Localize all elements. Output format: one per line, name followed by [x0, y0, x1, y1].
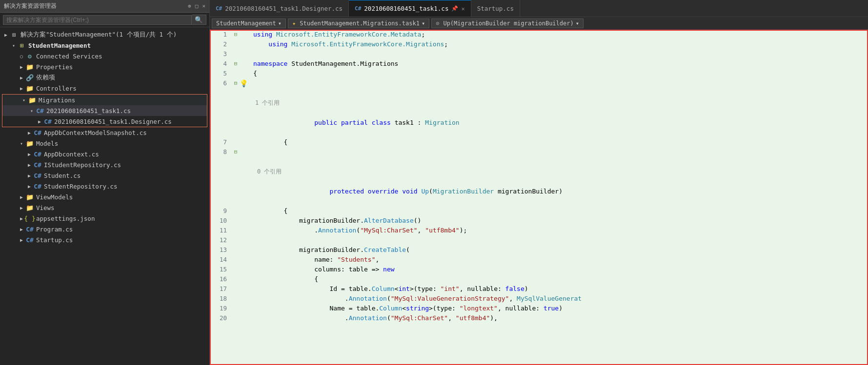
program-item[interactable]: ▶ C# Program.cs: [0, 224, 209, 234]
line-code-3[interactable]: [251, 49, 868, 59]
task1designer-item[interactable]: ▶ C# 20210608160451_task1.Designer.cs: [2, 116, 207, 127]
connected-label: Connected Services: [36, 53, 102, 60]
viewmodels-item[interactable]: ▶ 📁 ViewModels: [0, 192, 209, 202]
line-code-12[interactable]: [251, 235, 868, 245]
task1cs-item[interactable]: ▾ C# 20210608160451_task1.cs: [2, 105, 207, 116]
line-num-6: 6: [210, 78, 232, 137]
line-code-2[interactable]: using Microsoft.EntityFrameworkCore.Migr…: [251, 39, 868, 49]
migrations-highlight-box: ▾ 📁 Migrations ▾ C# 20210608160451_task1…: [2, 94, 207, 127]
search-input[interactable]: [3, 15, 192, 25]
pin-tab-icon[interactable]: 📌: [451, 5, 458, 12]
line-code-6[interactable]: 1 个引用 public partial class task1 : Migra…: [251, 78, 868, 137]
appdbcontext-item[interactable]: ▶ C# AppDbcontext.cs: [0, 149, 209, 159]
program-label: Program.cs: [36, 226, 73, 233]
line-fold-8[interactable]: ⊟: [232, 147, 240, 206]
tab-startup[interactable]: Startup.cs: [471, 0, 520, 17]
line-code-8[interactable]: 0 个引用 protected override void Up(Migrati…: [251, 147, 868, 206]
line-num-11: 11: [210, 226, 232, 235]
line-hint-5: [240, 69, 251, 78]
deps-item[interactable]: ▶ 🔗 依赖项: [0, 72, 209, 83]
nav-member-dropdown[interactable]: ✦ StudentManagement.Migrations.task1 ▾: [288, 19, 429, 28]
nav-bar: StudentManagement ▾ ✦ StudentManagement.…: [210, 17, 868, 30]
project-icon: ⊞: [18, 41, 26, 49]
line-code-15[interactable]: columns: table => new: [251, 265, 868, 274]
student-item[interactable]: ▶ C# Student.cs: [0, 170, 209, 181]
project-item[interactable]: ▾ ⊞ StudentManagement: [0, 40, 209, 51]
line-fold-2: [232, 39, 240, 49]
istudentrepo-item[interactable]: ▶ C# IStudentRepository.cs: [0, 159, 209, 170]
code-line-10: 10 migrationBuilder.AlterDatabase(): [210, 216, 868, 226]
controllers-item[interactable]: ▶ 📁 Controllers: [0, 83, 209, 94]
line-code-5[interactable]: {: [251, 69, 868, 78]
nav-method-label: Up(MigrationBuilder migrationBuilder): [443, 20, 573, 27]
tab-task1[interactable]: C# 20210608160451_task1.cs 📌 ✕: [349, 0, 471, 17]
line-hint-7: [240, 137, 251, 147]
line-code-7[interactable]: {: [251, 137, 868, 147]
line-code-17[interactable]: Id = table.Column<int>(type: "int", null…: [251, 284, 868, 294]
appdbcontext-arrow: ▶: [25, 152, 33, 157]
tab-designer[interactable]: C# 20210608160451_task1.Designer.cs: [210, 0, 349, 17]
startup-item[interactable]: ▶ C# Startup.cs: [0, 234, 209, 245]
line-code-16[interactable]: {: [251, 274, 868, 284]
line-fold-3: [232, 49, 240, 59]
line-hint-1: [240, 30, 251, 39]
views-item[interactable]: ▶ 📁 Views: [0, 202, 209, 213]
close-tab-button[interactable]: ✕: [461, 5, 464, 12]
line-code-18[interactable]: .Annotation("MySql:ValueGenerationStrate…: [251, 294, 868, 304]
line-hint-20: [240, 313, 251, 323]
line-hint-18: [240, 294, 251, 304]
models-item[interactable]: ▾ 📁 Models: [0, 138, 209, 149]
appdbc-snapshot-item[interactable]: ▶ C# AppDbContextModelSnapshot.cs: [0, 127, 209, 138]
studentrepo-item[interactable]: ▶ C# StudentRepository.cs: [0, 181, 209, 192]
line-num-13: 13: [210, 245, 232, 255]
search-button[interactable]: 🔍: [192, 15, 206, 25]
project-arrow: ▾: [10, 43, 18, 48]
code-line-8: 8 ⊟ 0 个引用 protected override void Up(Mig…: [210, 147, 868, 206]
line-hint-16: [240, 274, 251, 284]
line-code-13[interactable]: migrationBuilder.CreateTable(: [251, 245, 868, 255]
line-hint-3: [240, 49, 251, 59]
deps-arrow: ▶: [18, 75, 25, 80]
solution-arrow: ▶: [2, 32, 10, 38]
line-hint-9: [240, 206, 251, 216]
line-fold-4[interactable]: ⊟: [232, 59, 240, 69]
studentrepo-icon: C#: [33, 182, 42, 190]
line-hint-6[interactable]: 💡: [240, 78, 251, 137]
line-fold-6[interactable]: ⊟: [232, 78, 240, 137]
code-line-9: 9 {: [210, 206, 868, 216]
nav-member-chevron: ▾: [422, 20, 425, 27]
solution-tree: ▶ ⊞ 解决方案"StudentManagement"(1 个项目/共 1 个)…: [0, 27, 209, 365]
code-editor[interactable]: 1 ⊟ using Microsoft.EntityFrameworkCore.…: [210, 30, 868, 365]
connected-services-item[interactable]: ○ ⚙ Connected Services: [0, 51, 209, 61]
line-code-11[interactable]: .Annotation("MySql:CharSet", "utf8mb4");: [251, 226, 868, 235]
close-panel-icon[interactable]: ×: [202, 3, 205, 9]
nav-method-dropdown[interactable]: ⊙ Up(MigrationBuilder migrationBuilder) …: [431, 19, 584, 28]
line-code-1[interactable]: using Microsoft.EntityFrameworkCore.Meta…: [251, 30, 868, 39]
appsettings-item[interactable]: ▶ { } appsettings.json: [0, 213, 209, 224]
pin-icon[interactable]: ⊕: [188, 3, 191, 9]
float-icon[interactable]: □: [195, 3, 199, 9]
properties-item[interactable]: ▶ 📁 Properties: [0, 61, 209, 72]
line-fold-1[interactable]: ⊟: [232, 30, 240, 39]
tab-task1-label: 20210608160451_task1.cs: [364, 5, 448, 12]
line-hint-4: [240, 59, 251, 69]
solution-root[interactable]: ▶ ⊞ 解决方案"StudentManagement"(1 个项目/共 1 个): [0, 29, 209, 40]
viewmodels-label: ViewModels: [36, 193, 73, 201]
line-code-14[interactable]: name: "Students",: [251, 255, 868, 265]
nav-member-icon: ✦: [292, 20, 296, 27]
bulb-icon[interactable]: 💡: [240, 79, 248, 87]
istudentrepo-label: IStudentRepository.cs: [44, 161, 121, 169]
line-code-9[interactable]: {: [251, 206, 868, 216]
line-code-20[interactable]: .Annotation("MySql:CharSet", "utf8mb4"),: [251, 313, 868, 323]
migrations-item[interactable]: ▾ 📁 Migrations: [2, 95, 207, 105]
nav-class-dropdown[interactable]: StudentManagement ▾: [212, 19, 286, 28]
startup-label: Startup.cs: [36, 236, 73, 244]
line-num-1: 1: [210, 30, 232, 39]
line-code-10[interactable]: migrationBuilder.AlterDatabase(): [251, 216, 868, 226]
line-code-4[interactable]: namespace StudentManagement.Migrations: [251, 59, 868, 69]
line-hint-8: [240, 147, 251, 206]
tab-startup-label: Startup.cs: [477, 5, 514, 12]
line-code-19[interactable]: Name = table.Column<string>(type: "longt…: [251, 304, 868, 313]
line-hint-13: [240, 245, 251, 255]
code-line-1: 1 ⊟ using Microsoft.EntityFrameworkCore.…: [210, 30, 868, 39]
